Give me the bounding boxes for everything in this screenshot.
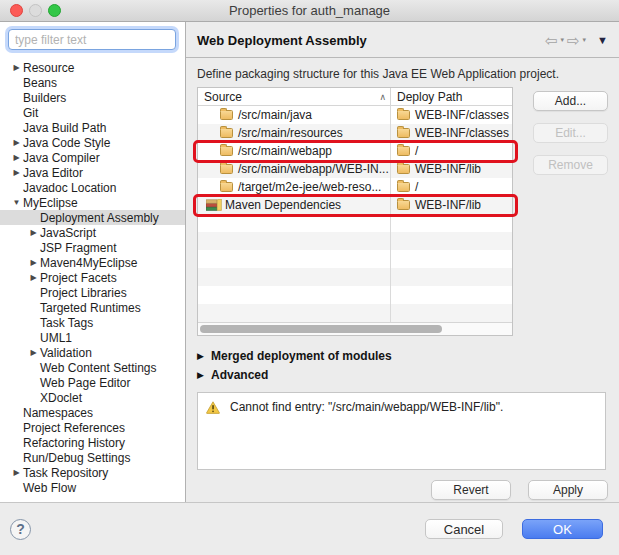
table-row[interactable]: /src/main/java WEB-INF/classes	[198, 106, 512, 124]
sidebar-item-web-flow[interactable]: Web Flow	[0, 480, 185, 495]
apply-button[interactable]: Apply	[528, 480, 608, 500]
warning-icon	[206, 401, 220, 414]
sort-ascending-icon: ∧	[379, 92, 386, 102]
warning-text: Cannot find entry: "/src/main/webapp/WEB…	[230, 400, 503, 414]
sidebar-item-java-compiler[interactable]: ▶Java Compiler	[0, 150, 185, 165]
folder-icon	[397, 110, 410, 120]
maven-library-icon	[206, 199, 222, 211]
sidebar-item-project-references[interactable]: Project References	[0, 420, 185, 435]
expander-icon[interactable]: ▼	[10, 195, 23, 210]
sidebar-item-project-facets[interactable]: ▶Project Facets	[0, 270, 185, 285]
revert-button[interactable]: Revert	[431, 480, 511, 500]
minimize-button	[29, 4, 42, 17]
sidebar-item-git[interactable]: Git	[0, 105, 185, 120]
table-row-highlighted[interactable]: /src/main/webapp /	[198, 142, 512, 160]
column-header-source[interactable]: Source ∧	[198, 88, 391, 105]
sidebar-item-uml1[interactable]: UML1	[0, 330, 185, 345]
expander-icon[interactable]: ▶	[27, 225, 40, 240]
warning-message-box: Cannot find entry: "/src/main/webapp/WEB…	[197, 392, 606, 470]
expander-icon[interactable]: ▶	[197, 351, 211, 361]
sidebar-item-project-libraries[interactable]: Project Libraries	[0, 285, 185, 300]
sidebar-item-task-repository[interactable]: ▶Task Repository	[0, 465, 185, 480]
folder-icon	[220, 110, 233, 120]
title-bar: Properties for auth_manage	[0, 0, 619, 22]
deployment-assembly-panel: Web Deployment Assembly ⇦ ▾ ⇨ ▾ ▼ Define…	[186, 22, 619, 502]
sidebar-item-builders[interactable]: Builders	[0, 90, 185, 105]
header-separator	[186, 57, 619, 58]
window-title: Properties for auth_manage	[229, 3, 390, 18]
back-arrow-icon[interactable]: ⇦	[545, 33, 558, 48]
folder-icon	[397, 164, 410, 174]
page-title: Web Deployment Assembly	[197, 33, 367, 48]
sidebar-item-run-debug-settings[interactable]: Run/Debug Settings	[0, 450, 185, 465]
sidebar-item-refactoring-history[interactable]: Refactoring History	[0, 435, 185, 450]
sidebar-item-javascript[interactable]: ▶JavaScript	[0, 225, 185, 240]
table-row[interactable]: /src/main/webapp/WEB-IN... WEB-INF/lib	[198, 160, 512, 178]
table-row-empty	[198, 250, 512, 268]
table-row-empty	[198, 232, 512, 250]
remove-button: Remove	[533, 155, 608, 175]
view-menu-icon[interactable]: ▼	[597, 34, 608, 46]
sidebar-item-xdoclet[interactable]: XDoclet	[0, 390, 185, 405]
expander-icon[interactable]: ▶	[10, 135, 23, 150]
close-button[interactable]	[10, 4, 23, 17]
scrollbar-thumb[interactable]	[200, 325, 442, 333]
expander-icon[interactable]: ▶	[10, 165, 23, 180]
sidebar-item-namespaces[interactable]: Namespaces	[0, 405, 185, 420]
sidebar-item-task-tags[interactable]: Task Tags	[0, 315, 185, 330]
zoom-button[interactable]	[48, 4, 61, 17]
folder-icon	[220, 164, 233, 174]
add-button[interactable]: Add...	[533, 91, 608, 111]
assembly-table: Source ∧ Deploy Path /src/main/java WEB-…	[197, 87, 513, 336]
sidebar-item-web-content-settings[interactable]: Web Content Settings	[0, 360, 185, 375]
sidebar-item-java-build-path[interactable]: Java Build Path	[0, 120, 185, 135]
folder-icon	[397, 200, 410, 210]
sidebar-item-beans[interactable]: Beans	[0, 75, 185, 90]
expander-icon[interactable]: ▶	[27, 345, 40, 360]
expander-icon[interactable]: ▶	[197, 370, 211, 380]
table-header: Source ∧ Deploy Path	[198, 88, 512, 106]
back-dropdown-icon[interactable]: ▾	[561, 36, 565, 44]
ok-button[interactable]: OK	[522, 519, 603, 539]
sidebar-item-jsp-fragment[interactable]: JSP Fragment	[0, 240, 185, 255]
sidebar-item-deployment-assembly[interactable]: Deployment Assembly	[0, 210, 185, 225]
table-row-empty	[198, 268, 512, 286]
panel-description: Define packaging structure for this Java…	[197, 67, 608, 81]
sidebar-item-javadoc-location[interactable]: Javadoc Location	[0, 180, 185, 195]
edit-button: Edit...	[533, 123, 608, 143]
folder-icon	[220, 128, 233, 138]
forward-dropdown-icon[interactable]: ▾	[583, 36, 587, 44]
sidebar-item-validation[interactable]: ▶Validation	[0, 345, 185, 360]
help-icon[interactable]: ?	[10, 519, 31, 540]
sidebar-item-targeted-runtimes[interactable]: Targeted Runtimes	[0, 300, 185, 315]
sidebar-item-myeclipse[interactable]: ▼MyEclipse	[0, 195, 185, 210]
sidebar-item-java-code-style[interactable]: ▶Java Code Style	[0, 135, 185, 150]
table-row-empty	[198, 304, 512, 322]
sidebar-item-web-page-editor[interactable]: Web Page Editor	[0, 375, 185, 390]
expander-icon[interactable]: ▶	[10, 465, 23, 480]
table-row[interactable]: /src/main/resources WEB-INF/classes	[198, 124, 512, 142]
preferences-sidebar: ▶Resource Beans Builders Git Java Build …	[0, 22, 186, 502]
horizontal-scrollbar[interactable]	[198, 322, 512, 335]
properties-dialog: Properties for auth_manage ▶Resource Bea…	[0, 0, 619, 555]
section-advanced[interactable]: ▶ Advanced	[197, 365, 608, 384]
traffic-lights	[10, 4, 61, 17]
sidebar-item-resource[interactable]: ▶Resource	[0, 60, 185, 75]
expander-icon[interactable]: ▶	[27, 255, 40, 270]
folder-icon	[397, 128, 410, 138]
expander-icon[interactable]: ▶	[10, 60, 23, 75]
cancel-button[interactable]: Cancel	[425, 519, 503, 539]
expander-icon[interactable]: ▶	[10, 150, 23, 165]
section-merged-deployment[interactable]: ▶ Merged deployment of modules	[197, 346, 608, 365]
table-row-highlighted[interactable]: Maven Dependencies WEB-INF/lib	[198, 196, 512, 214]
column-header-deploy-path[interactable]: Deploy Path	[391, 88, 512, 105]
dialog-footer: ? Cancel OK	[0, 503, 619, 555]
filter-input[interactable]	[8, 29, 176, 50]
expander-icon[interactable]: ▶	[27, 270, 40, 285]
forward-arrow-icon[interactable]: ⇨	[567, 33, 580, 48]
folder-icon	[397, 182, 410, 192]
folder-icon	[220, 146, 233, 156]
sidebar-item-maven4myeclipse[interactable]: ▶Maven4MyEclipse	[0, 255, 185, 270]
table-row[interactable]: /target/m2e-jee/web-reso... /	[198, 178, 512, 196]
sidebar-item-java-editor[interactable]: ▶Java Editor	[0, 165, 185, 180]
